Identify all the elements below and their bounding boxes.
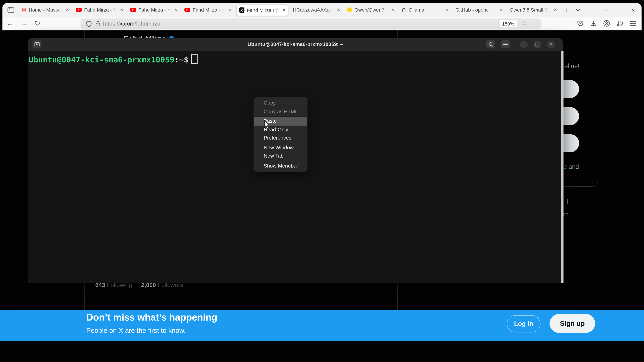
terminal-minimize-button[interactable]: – xyxy=(520,40,528,48)
terms-link-fragment: e xyxy=(564,163,567,170)
terminal-scrollbar[interactable] xyxy=(561,51,564,283)
tab-bar: MHome - Massed×Fahd Mirza - Yo×Fahd Mirz… xyxy=(2,3,642,17)
tab-2[interactable]: Fahd Mirza - Yo× xyxy=(74,4,126,15)
tab-8[interactable]: Ollama× xyxy=(399,4,451,15)
browser-window-controls: – × xyxy=(605,7,635,13)
tab-close-icon[interactable]: × xyxy=(500,7,503,12)
menu-item-preferences[interactable]: Preferences xyxy=(254,134,307,142)
tabbar-actions: + xyxy=(564,6,581,14)
lock-icon[interactable] xyxy=(95,20,100,26)
search-icon xyxy=(488,42,494,47)
firefox-view-button[interactable] xyxy=(6,5,16,15)
tab-title: Fahd Mirza - Yo xyxy=(138,7,172,12)
x-logo-icon: X xyxy=(239,7,244,13)
tab-strip: MHome - Massed×Fahd Mirza - Yo×Fahd Mirz… xyxy=(19,4,559,16)
tab-1[interactable]: MHome - Massed× xyxy=(19,4,72,15)
window-maximize-button[interactable] xyxy=(618,8,622,12)
prompt-path: ~ xyxy=(179,55,184,64)
tab-close-icon[interactable]: × xyxy=(282,7,286,13)
menu-item-read-only[interactable]: Read-Only xyxy=(254,125,307,134)
hamburger-menu-icon[interactable] xyxy=(629,20,636,26)
tab-close-icon[interactable]: × xyxy=(337,7,340,12)
tab-close-icon[interactable]: × xyxy=(228,7,232,12)
pocket-icon[interactable] xyxy=(576,20,584,27)
account-icon[interactable] xyxy=(603,20,610,27)
banner-subtitle: People on X are the first to know. xyxy=(86,327,186,335)
log-in-button[interactable]: Log in xyxy=(507,315,540,333)
extensions-puzzle-icon[interactable] xyxy=(616,20,623,27)
tab-10[interactable]: Qwen3.5 Small Mo× xyxy=(507,4,559,15)
shield-icon[interactable] xyxy=(86,20,92,27)
timeline-text-fragment: eline! xyxy=(564,62,580,70)
tab-title: Qwen/Qwen3. xyxy=(354,7,389,12)
tab-title: GitHub - openc xyxy=(456,7,497,12)
terminal-new-tab-button[interactable] xyxy=(32,40,42,48)
url-text[interactable]: https://x.com/fahdmirza xyxy=(103,20,160,26)
terminal-context-menu: CopyCopy as HTMLPasteRead-OnlyPreference… xyxy=(254,97,308,172)
list-tabs-chevron-icon[interactable] xyxy=(576,8,581,12)
terminal-menu-button[interactable] xyxy=(501,40,510,48)
tab-title: Fahd Mirza - Yo xyxy=(193,7,226,12)
tab-close-icon[interactable]: × xyxy=(174,7,178,12)
terminal-maximize-button[interactable] xyxy=(534,40,542,48)
tab-9[interactable]: GitHub - openc× xyxy=(453,4,505,15)
menu-item-paste[interactable]: Paste xyxy=(254,117,307,125)
mouse-cursor xyxy=(264,120,270,129)
reload-button[interactable]: ↻ xyxy=(34,19,40,28)
menu-item-show-menubar[interactable]: Show Menubar xyxy=(254,162,307,170)
nav-buttons: ← → ↻ xyxy=(7,17,40,30)
terminal-cursor xyxy=(191,54,198,64)
tab-title: HCaezqwaAAAjzsE xyxy=(293,7,334,12)
tab-close-icon[interactable]: × xyxy=(120,7,123,12)
menu-item-new-window[interactable]: New Window xyxy=(254,143,307,152)
toolbar-icons xyxy=(576,17,636,30)
terminal-titlebar[interactable]: Ubuntu@0047-kci-sma6-prxmx10059: ~ – xyxy=(28,38,563,51)
terminal-hamburger-icon xyxy=(503,42,508,46)
bookmark-star-icon[interactable]: ☆ xyxy=(522,19,527,26)
url-scheme: https:// xyxy=(103,20,120,26)
tab-title: Ollama xyxy=(408,7,443,12)
back-button[interactable]: ← xyxy=(7,19,14,27)
terms-text-fragment: e and xyxy=(564,163,579,170)
tab-close-icon[interactable]: × xyxy=(446,7,448,12)
menu-separator xyxy=(254,161,307,161)
firefox-view-icon xyxy=(7,7,14,13)
menu-item-copy-as-html: Copy as HTML xyxy=(254,107,307,116)
prompt-dollar: $ xyxy=(184,55,188,64)
tab-4[interactable]: Fahd Mirza - Yo× xyxy=(182,4,234,15)
url-path: /fahdmirza xyxy=(134,20,160,26)
tab-6[interactable]: HCaezqwaAAAjzsE× xyxy=(290,4,342,15)
ollama-icon xyxy=(401,7,406,12)
sign-up-button[interactable]: Sign up xyxy=(550,314,595,333)
prompt-colon: : xyxy=(174,55,179,64)
tab-divider xyxy=(17,7,17,14)
tab-3[interactable]: Fahd Mirza - Yo× xyxy=(128,4,180,15)
footer-corp-fragment: rp. xyxy=(563,211,570,218)
address-bar[interactable]: https://x.com/fahdmirza 150% ☆ xyxy=(80,18,541,29)
url-host: x.com xyxy=(120,20,134,26)
forward-button[interactable]: → xyxy=(20,19,28,27)
zoom-level-badge[interactable]: 150% xyxy=(500,20,516,28)
tab-close-icon[interactable]: × xyxy=(554,7,557,12)
terminal-close-button[interactable]: ✕ xyxy=(547,40,555,48)
tab-title: Qwen3.5 Small Mo xyxy=(510,7,552,12)
terminal-maximize-icon xyxy=(536,43,539,46)
new-tab-button[interactable]: + xyxy=(564,6,568,14)
downloads-icon[interactable] xyxy=(590,20,597,27)
terminal-prompt-line: Ubuntu@0047-kci-sma6-prxmx10059:~$ xyxy=(29,54,198,64)
tab-close-icon[interactable]: × xyxy=(66,7,69,12)
url-toolbar: ← → ↻ https://x.com/fahdmirza 150% ☆ xyxy=(2,17,642,30)
prompt-user-host: Ubuntu@0047-kci-sma6-prxmx10059 xyxy=(29,55,174,64)
window-close-button[interactable]: × xyxy=(632,7,635,13)
tab-5-active[interactable]: XFahd Mirza (@f× xyxy=(236,4,288,16)
window-minimize-button[interactable]: – xyxy=(605,7,608,13)
screenshot-stage: Fahd Mirza ✓ eline! e and | rp. 643 Foll… xyxy=(0,0,644,362)
menu-item-new-tab[interactable]: New Tab xyxy=(254,152,307,160)
terminal-title: Ubuntu@0047-kci-sma6-prxmx10059: ~ xyxy=(28,38,563,51)
menu-separator xyxy=(254,116,307,116)
terminal-search-button[interactable] xyxy=(486,40,496,48)
tab-title: Home - Massed xyxy=(29,7,63,12)
tab-close-icon[interactable]: × xyxy=(391,7,394,12)
youtube-icon xyxy=(184,7,190,11)
tab-7[interactable]: Qwen/Qwen3.× xyxy=(344,4,397,15)
